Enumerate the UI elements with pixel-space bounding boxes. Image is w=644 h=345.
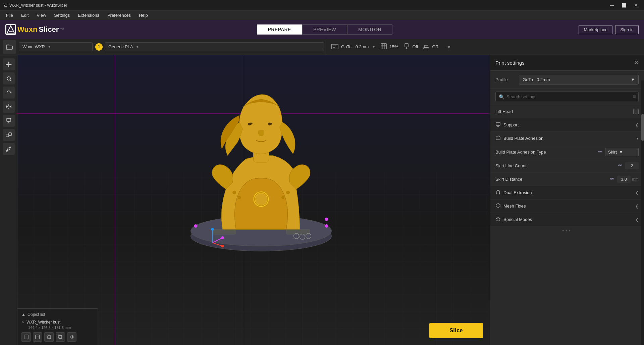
witcher-bust-svg (186, 82, 337, 256)
tab-prepare[interactable]: PREPARE (257, 24, 302, 35)
tab-monitor[interactable]: MONITOR (347, 24, 392, 35)
svg-rect-6 (381, 44, 386, 49)
viewport-3d[interactable]: ▲ Object list ✎ WXR_Witcher bust 144.4 x… (17, 55, 490, 345)
object-delete-button[interactable] (56, 332, 65, 342)
svg-rect-37 (286, 229, 310, 234)
scale-tool-button[interactable] (3, 72, 15, 84)
menu-edit[interactable]: Edit (18, 12, 32, 18)
svg-point-43 (286, 191, 290, 194)
object-duplicate-button[interactable] (44, 332, 54, 342)
left-sidebar (0, 55, 17, 345)
menu-preferences[interactable]: Preferences (104, 12, 134, 18)
skirt-distance-value[interactable]: 3.0 (617, 176, 631, 183)
build-plate-adhesion-section-header[interactable]: Build Plate Adhesion ▾ (490, 132, 644, 145)
dual-extrusion-chevron: ❮ (635, 190, 639, 195)
object-view-button[interactable] (21, 332, 31, 342)
skirt-distance-link (610, 176, 614, 182)
adhesion-type-selector[interactable]: Skirt ▼ (605, 148, 639, 156)
guide-line-left (115, 55, 115, 345)
svg-marker-26 (6, 105, 8, 108)
menu-extensions[interactable]: Extensions (74, 12, 103, 18)
profile-selector[interactable]: GoTo · 0.2mm ▼ (519, 75, 639, 84)
scrollbar-track (641, 80, 644, 345)
svg-marker-18 (8, 61, 9, 63)
special-modes-section-header[interactable]: Special Modes ❮ (490, 213, 644, 226)
object-action-buttons (21, 332, 94, 342)
svg-marker-27 (9, 105, 11, 108)
printer-selector[interactable]: Wuxn WXR ▼ (19, 42, 93, 51)
object-list-title: Object list (28, 312, 45, 317)
collapse-icon: ▲ (21, 312, 25, 317)
search-row: 🔍 ≡ (490, 89, 644, 105)
menu-settings[interactable]: Settings (51, 12, 73, 18)
special-modes-label: Special Modes (503, 217, 635, 222)
toolbar-more-chevron[interactable]: ▼ (447, 44, 451, 50)
support-tool-button[interactable] (3, 115, 15, 127)
restore-button[interactable]: ⬜ (619, 2, 629, 9)
svg-marker-21 (10, 64, 12, 65)
move-tool-button[interactable] (3, 58, 15, 70)
minimize-button[interactable]: — (606, 2, 617, 9)
svg-marker-0 (7, 26, 14, 33)
rotate-tool-button[interactable] (3, 87, 15, 99)
marketplace-button[interactable]: Marketplace (579, 25, 612, 34)
skirt-line-count-label: Skirt Line Count (495, 163, 618, 168)
menu-view[interactable]: View (33, 12, 49, 18)
paint-tool-button[interactable] (3, 143, 15, 155)
mesh-fixes-section-header[interactable]: Mesh Fixes ❮ (490, 199, 644, 213)
menu-help[interactable]: Help (136, 12, 151, 18)
support-section-chevron: ❮ (635, 123, 639, 127)
object-cut-button[interactable] (33, 332, 42, 342)
app-logo: WuxnSlicer™ (5, 24, 64, 35)
svg-point-42 (238, 196, 241, 199)
special-modes-chevron: ❮ (635, 217, 639, 222)
resize-dots: ••• (490, 226, 644, 235)
print-settings-close-button[interactable]: ✕ (634, 59, 639, 66)
open-folder-button[interactable] (3, 40, 16, 54)
dual-extrusion-icon (495, 189, 501, 196)
search-menu-icon[interactable]: ≡ (633, 94, 636, 100)
object-list-header[interactable]: ▲ Object list (21, 312, 94, 317)
support-section-header[interactable]: Support ❮ (490, 118, 644, 132)
slice-button[interactable]: Slice (429, 323, 483, 338)
svg-rect-2 (6, 46, 12, 49)
svg-line-23 (10, 80, 11, 81)
skirt-line-count-value[interactable]: 2 (625, 162, 639, 169)
tab-preview[interactable]: PREVIEW (302, 24, 347, 35)
svg-rect-3 (331, 44, 338, 49)
filament-type: Generic PLA (108, 44, 133, 49)
lift-head-checkbox[interactable] (633, 109, 639, 114)
support-label[interactable]: Off (412, 44, 418, 49)
adhesion-item: Off (423, 43, 438, 50)
infill-item: 15% (381, 43, 398, 50)
search-settings-input[interactable] (495, 92, 639, 102)
svg-marker-20 (6, 64, 7, 65)
svg-rect-32 (9, 133, 11, 135)
scrollbar-thumb[interactable] (641, 114, 644, 141)
svg-point-44 (282, 196, 284, 199)
logo-brand: Wuxn (17, 25, 37, 34)
lift-head-label: Lift Head (495, 109, 633, 114)
support-section-icon (495, 122, 501, 128)
mirror-tool-button[interactable] (3, 101, 15, 113)
multiprint-tool-button[interactable] (3, 129, 15, 141)
menu-file[interactable]: File (3, 12, 16, 18)
title-bar: 🖨 WXR_Witcher bust - WuxnSlicer — ⬜ ✕ (0, 0, 644, 11)
settings-content: Lift Head Support ❮ Build Plate Adhesion… (490, 105, 644, 345)
svg-point-52 (211, 228, 214, 231)
adhesion-label[interactable]: Off (432, 44, 438, 49)
close-button[interactable]: ✕ (631, 2, 641, 9)
filament-selector[interactable]: Generic PLA ▼ (105, 42, 324, 51)
print-profile-value[interactable]: GoTo - 0.2mm (341, 44, 369, 49)
svg-point-71 (598, 151, 600, 152)
signin-button[interactable]: Sign in (615, 25, 639, 34)
svg-point-45 (194, 224, 198, 228)
object-name[interactable]: WXR_Witcher bust (26, 320, 60, 325)
object-settings-button[interactable] (67, 332, 76, 342)
nav-tabs: PREPARE PREVIEW MONITOR (76, 24, 573, 35)
infill-icon (381, 43, 387, 50)
dual-extrusion-section-header[interactable]: Dual Extrusion ❮ (490, 186, 644, 199)
adhesion-type-value: Skirt (608, 150, 617, 155)
title-icon: 🖨 (3, 3, 7, 8)
infill-percent[interactable]: 15% (389, 44, 398, 49)
